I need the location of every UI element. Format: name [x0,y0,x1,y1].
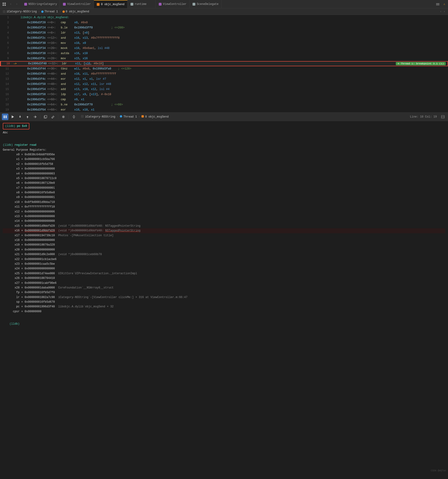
toolbar-sep-1 [40,114,40,119]
lldb-prompt[interactable]: (lldb) [10,322,20,326]
cmd1-result: Abc [3,130,445,135]
settings-btn[interactable] [60,113,67,120]
tab-label-6: SceneDelegate [197,3,219,6]
code-content-13: 0x1996d3f4c <+44>: eor x12, x1, x1, lsr … [20,77,446,81]
copy-btn[interactable] [42,113,49,120]
debug-breadcrumb: iCategory-NSString › Thread 1 › 0 objc_m… [81,115,409,119]
empty-line-1 [3,138,445,143]
code-line-18: 18 0x1996d3f60 <+64>: b.ne 0x1996d3f70 ;… [0,102,448,107]
pin-btn[interactable] [71,113,77,120]
code-content-11: 0x1996d3f44 <+36>: tbnz w11, #0x0, 0x199… [20,67,446,70]
svg-rect-7 [3,10,6,13]
step-over-btn[interactable] [9,113,16,120]
svg-rect-12 [45,115,47,118]
func-icon [62,11,65,13]
code-content-14: 0x1996d3f50 <+48>: and x12, x12, x11, ls… [20,83,446,86]
svg-rect-9 [6,115,7,118]
code-content-3: 0x1996d3f24 <+4>: b.le 0x1996d3ff0 ; <+2… [20,26,446,29]
reg-x20: x20 = 0x0000000000000000 [3,247,445,252]
code-line-9: 9 0x1996d3f3c <+28>: mov x15, x16 [0,56,448,61]
line-num-8: 8 [2,52,9,55]
reg-lr: lr = 0x00000001002a7c98 iCategory-NSStri… [3,295,445,300]
breadcrumb-func[interactable]: 0 objc_msgSend [62,10,89,13]
breadcrumb-thread[interactable]: Thread 1 [41,10,58,13]
code-line-13: 13 0x1996d3f4c <+44>: eor x12, x1, x1, l… [0,76,448,82]
tab-icon-1 [24,3,27,6]
nav-next-icon[interactable]: › [444,10,445,13]
reg-x4: x4 = 0x0000000000000003 [3,171,445,176]
code-area: 1 libobjc.A.dylib`objc_msgSend: 2 0x1996… [0,15,448,113]
cmd2-text: (lldb) register read [3,143,445,147]
code-line-15: 15 0x1996d3f54 <+52>: add x13, x10, x12,… [0,87,448,92]
edit-btn[interactable] [50,113,56,120]
reg-cpsr: cpsr = 0x80000000 [3,309,445,314]
tab-bar-left: ‹ › [1,1,20,7]
back-btn[interactable]: ‹ [8,1,13,7]
code-line-3: 3 0x1996d3f24 <+4>: b.le 0x1996d3ff0 ; <… [0,25,448,30]
reg-x0: x0 = 0x8838c64bb8f6956e [3,152,445,157]
line-num-11: 11 [2,67,9,70]
debug-breadcrumb-project: iCategory-NSString [85,115,115,119]
code-content-17: 0x1996d3f5c <+60>: cmp x9, x1 [20,98,446,101]
more-tabs-btn[interactable] [435,1,441,7]
forward-btn[interactable]: › [14,1,20,7]
reg-x13: x13 = 0x0000000000000000 [3,214,445,219]
line-num-19: 19 [2,108,9,112]
tab-label-3: 0 objc_msgSend [101,3,125,6]
terminal: (lldb) po $x0 Abc (lldb) register read G… [0,121,448,333]
tab-viewcontroller-2[interactable]: ViewController [156,0,190,8]
svg-rect-8 [4,115,5,118]
reg-x19: x19 = 0x000000010070a320 [3,243,445,247]
nav-prev-icon[interactable]: ‹ [440,10,442,13]
tab-scenedelegate[interactable]: SceneDelegate [190,0,222,8]
reg-x1: x1 = 0x00000001cb5ba766 [3,157,445,162]
continue-btn[interactable] [2,113,8,120]
reg-x24: x24 = 0x0000000000000000 [3,266,445,271]
tab-icon-3 [97,3,99,6]
reg-x12: x12 = 0x0000000000000006 [3,209,445,214]
step-in-btn[interactable] [17,113,23,120]
code-content-19: 0x1996d3f64 <+68>: eor x10, x10, x1 [20,108,446,112]
svg-rect-2 [3,4,4,6]
svg-rect-5 [436,4,439,4]
tab-icon-4 [131,3,133,6]
tab-viewcontroller-1[interactable]: ViewController [60,0,94,8]
tab-objc-msgsend[interactable]: 0 objc_msgSend [94,0,127,8]
line-num-13: 13 [2,77,9,81]
debug-thread-label: Thread 1 [124,115,137,119]
return-btn[interactable] [32,113,38,120]
expand-btn[interactable] [440,113,446,120]
step-out-btn[interactable] [24,113,31,120]
debug-sep-1: › [117,115,119,119]
code-content-4: 0x1996d3f28 <+8>: ldr x13, [x0] [20,31,446,34]
breadcrumb-project[interactable]: iCategory-NSString [3,10,37,13]
line-num-6: 6 [2,41,9,45]
svg-rect-15 [81,115,84,118]
reg-x8: x8 = 0x000000016fb5d6e8 [3,190,445,195]
reg-sp: sp = 0x000000016fb5d670 [3,300,445,304]
tab-label-2: ViewController [67,3,91,6]
breadcrumb-bar: iCategory-NSString › Thread 1 › 0 objc_m… [0,8,448,15]
line-num-7: 7 [2,47,9,50]
line-num-1: 1 [2,16,9,19]
reg-x18: x18 = 0x0000000000000000 [3,238,445,243]
tab-runtime[interactable]: runtime [128,0,156,8]
cmd2-result: General Purpose Registers: [3,148,445,152]
tab-nsstring-category[interactable]: NSString+Category [21,0,60,8]
breadcrumb-sep-1: › [38,10,40,13]
code-content-18: 0x1996d3f60 <+64>: b.ne 0x1996d3f70 ; <+… [20,103,446,106]
code-line-10: 10 –> 0x1996d3f40 <+32>: ldr x11, [x16, … [0,61,448,66]
code-line-14: 14 0x1996d3f50 <+48>: and x12, x12, x11,… [0,82,448,87]
code-content-8: 0x1996d3f38 <+24>: autda x16, x10 [20,52,446,55]
code-line-11: 11 0x1996d3f44 <+36>: tbnz w11, #0x0, 0x… [0,66,448,71]
reg-x22: x22 = 0x000000001cb1acbe6 [3,257,445,262]
code-content-15: 0x1996d3f54 <+52>: add x13, x10, x12, ls… [20,88,446,91]
tab-bar: ‹ › NSString+Category ViewController 0 o… [0,0,448,8]
reg-x6: x6 = 0x00000001007120e0 [3,181,445,185]
reg-x21: x21 = 0x00000001d9c2e000 (void *)0x00000… [3,252,445,257]
toolbar-sep-2 [58,114,58,119]
grid-icon[interactable] [1,1,7,7]
code-line-1: 1 libobjc.A.dylib`objc_msgSend: [0,15,448,20]
code-line-6: 6 0x1996d3f30 <+16>: mov x10, x0 [0,40,448,46]
cmd1-block: (lldb) po $x0 [3,123,445,129]
